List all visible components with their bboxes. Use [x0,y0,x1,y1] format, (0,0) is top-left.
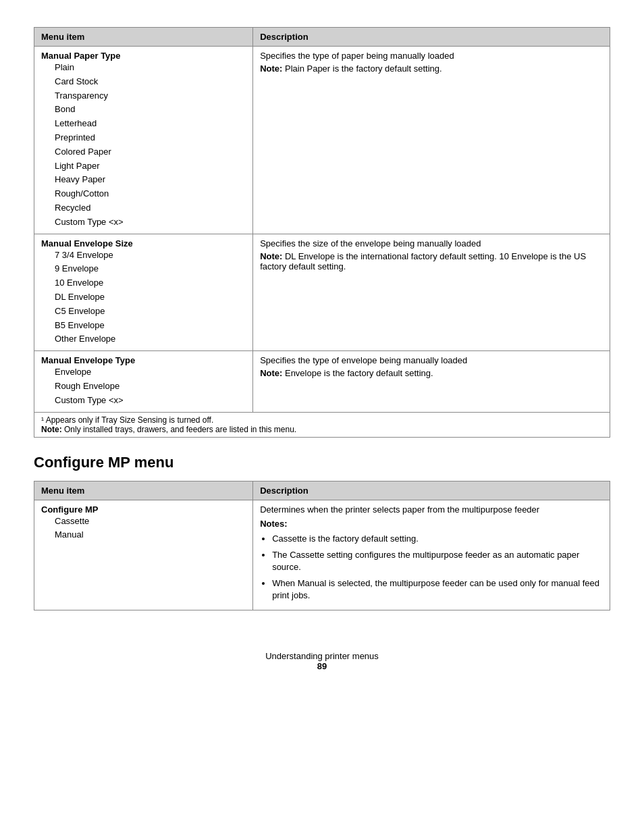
menu-main-label: Manual Envelope Type [41,355,135,365]
menu-sub-item: Other Envelope [55,332,246,346]
col-header-description-2: Description [253,481,610,500]
menu-main-label: Manual Paper Type [41,51,121,61]
menu-sub-item: Custom Type <x> [55,215,246,230]
table-row: Manual Envelope Size7 3/4 Envelope9 Enve… [34,234,610,351]
note-label: Note: [260,368,282,378]
footnote-2: Note: Only installed trays, drawers, and… [41,425,603,434]
menu-sub-item: Light Paper [55,159,246,174]
menu-sub-item: DL Envelope [55,290,246,305]
desc-note: Note: DL Envelope is the international f… [260,251,603,271]
note-label: Note: [260,63,282,74]
desc-cell: Specifies the size of the envelope being… [253,234,610,351]
desc-text: Specifies the size of the envelope being… [260,238,603,249]
footnote-2-text: Only installed trays, drawers, and feede… [62,425,297,434]
menu-main-label: Configure MP [41,504,99,515]
footnote-1: ¹ Appears only if Tray Size Sensing is t… [41,415,603,425]
col-header-menu-item-2: Menu item [34,481,253,500]
table-row: Manual Envelope TypeEnvelopeRough Envelo… [34,351,610,412]
menu-sub-item: Heavy Paper [55,173,246,187]
notes-label: Notes: [260,519,603,529]
menu-sub-item: Rough Envelope [55,380,246,394]
menu-sub-item: 7 3/4 Envelope [55,249,246,263]
menu-sub-item: Manual [55,528,246,542]
desc-text: Determines when the printer selects pape… [260,504,603,515]
note-label: Note: [260,251,282,261]
menu-sub-list: EnvelopeRough EnvelopeCustom Type <x> [55,365,246,407]
menu-item-cell: Manual Paper TypePlainCard StockTranspar… [34,47,253,234]
notes-bold-label: Notes: [260,519,287,529]
menu-sub-item: 10 Envelope [55,276,246,290]
menu-sub-list: CassetteManual [55,515,246,543]
menu-sub-item: C5 Envelope [55,305,246,319]
footer-page: 89 [34,661,610,671]
footnote-row: ¹ Appears only if Tray Size Sensing is t… [34,412,610,437]
desc-text: Specifies the type of envelope being man… [260,355,603,365]
footnote-cell: ¹ Appears only if Tray Size Sensing is t… [34,412,610,437]
menu-sub-item: Cassette [55,515,246,529]
desc-note: Note: Envelope is the factory default se… [260,368,603,378]
menu-item-cell: Manual Envelope Size7 3/4 Envelope9 Enve… [34,234,253,351]
menu-sub-item: Letterhead [55,117,246,131]
menu-sub-item: Envelope [55,365,246,380]
menu-sub-item: Bond [55,103,246,117]
section-title-configure-mp: Configure MP menu [34,454,610,471]
menu-sub-item: Colored Paper [55,145,246,159]
menu-sub-item: Custom Type <x> [55,394,246,408]
notes-list: Cassette is the factory default setting.… [272,533,603,602]
note-text: Envelope is the factory default setting. [282,368,433,378]
menu-sub-item: Rough/Cotton [55,187,246,201]
menu-sub-item: Plain [55,61,246,75]
notes-list-item: When Manual is selected, the multipurpos… [272,577,603,602]
menu-sub-item: Transparency [55,89,246,103]
desc-cell: Specifies the type of paper being manual… [253,47,610,234]
menu-sub-item: 9 Envelope [55,262,246,276]
notes-list-item: The Cassette setting configures the mult… [272,549,603,573]
notes-list-item: Cassette is the factory default setting. [272,533,603,545]
col-header-description: Description [253,28,610,47]
menu-sub-item: Card Stock [55,75,246,89]
col-header-menu-item: Menu item [34,28,253,47]
desc-cell: Specifies the type of envelope being man… [253,351,610,412]
menu-item-cell: Manual Envelope TypeEnvelopeRough Envelo… [34,351,253,412]
menu-sub-list: 7 3/4 Envelope9 Envelope10 EnvelopeDL En… [55,249,246,347]
menu-sub-item: B5 Envelope [55,319,246,333]
menu-main-label: Manual Envelope Size [41,238,133,249]
menu-sub-item: Recycled [55,201,246,215]
desc-note: Note: Plain Paper is the factory default… [260,63,603,74]
table-row: Configure MPCassetteManualDetermines whe… [34,500,610,610]
footer-label: Understanding printer menus [34,651,610,661]
note-text: Plain Paper is the factory default setti… [282,63,441,74]
table-configure-mp: Menu item Description Configure MPCasset… [34,481,610,611]
footnote-2-label: Note: [41,425,62,434]
table-row: Manual Paper TypePlainCard StockTranspar… [34,47,610,234]
menu-sub-item: Preprinted [55,131,246,145]
menu-sub-list: PlainCard StockTransparencyBondLetterhea… [55,61,246,230]
menu-item-cell: Configure MPCassetteManual [34,500,253,610]
table-manual-paper: Menu item Description Manual Paper TypeP… [34,27,610,438]
note-text: DL Envelope is the international factory… [260,251,586,271]
desc-cell: Determines when the printer selects pape… [253,500,610,610]
desc-text: Specifies the type of paper being manual… [260,51,603,61]
